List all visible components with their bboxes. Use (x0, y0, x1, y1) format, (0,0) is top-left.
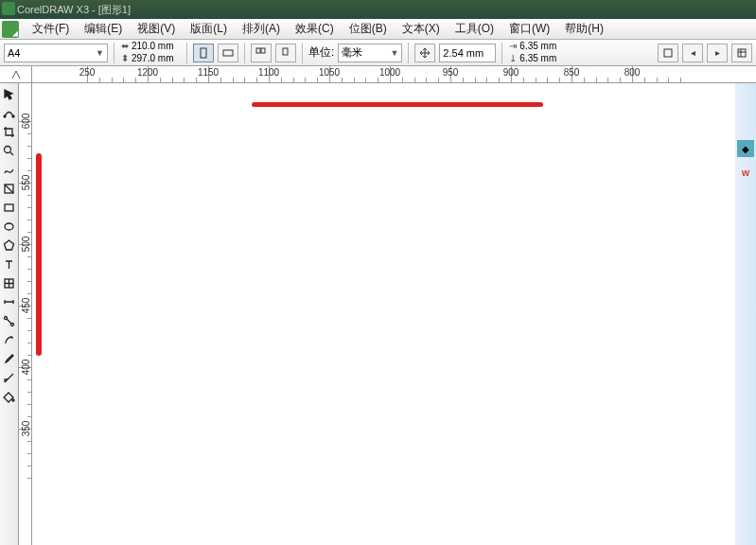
crop-tool[interactable] (1, 123, 18, 140)
menu-bitmap[interactable]: 位图(B) (342, 19, 395, 39)
menu-text[interactable]: 文本(X) (395, 19, 448, 39)
guideline-nav-next-button[interactable]: ▸ (707, 44, 728, 62)
docker-tab-wps-icon[interactable]: W (737, 165, 754, 182)
menu-help[interactable]: 帮助(H) (557, 19, 611, 39)
svg-point-9 (5, 146, 11, 152)
ruler-origin-corner[interactable] (0, 66, 32, 82)
title-text: CorelDRAW X3 - [图形1] (17, 3, 131, 17)
page-width: 210.0 mm (132, 42, 181, 51)
svg-rect-2 (256, 48, 260, 53)
title-bar: CorelDRAW X3 - [图形1] (0, 0, 756, 19)
separator (302, 43, 303, 63)
dimension-tool[interactable] (1, 293, 18, 310)
side-docker-tabs: ◆ W (735, 83, 756, 545)
vertical-ruler[interactable]: 600550500450400350 (19, 83, 32, 545)
unit-label: 单位: (308, 44, 334, 61)
page-dimensions[interactable]: ⬌210.0 mm ⬍297.0 mm (120, 41, 181, 65)
nudge-field[interactable]: 2.54 mm (439, 44, 496, 62)
snap-button[interactable] (658, 44, 678, 62)
docker-tab-icon[interactable]: ◆ (737, 140, 754, 157)
property-bar: A4 ▼ ⬌210.0 mm ⬍297.0 mm 单位: 毫米 ▼ 2.54 m… (0, 40, 756, 66)
toolbox (0, 83, 19, 545)
dropper-tool[interactable] (1, 350, 18, 367)
ruler-row: 25012001150110010501000950900850800 (0, 66, 756, 83)
outline-tool[interactable] (1, 369, 18, 386)
page-scope-one-button[interactable] (275, 44, 296, 62)
annotation-horizontal-stroke (252, 102, 543, 107)
annotation-vertical-stroke (36, 153, 42, 356)
svg-rect-6 (738, 49, 746, 57)
menu-tools[interactable]: 工具(O) (448, 19, 501, 39)
menu-view[interactable]: 视图(V) (130, 19, 183, 39)
unit-combo[interactable]: 毫米 ▼ (338, 44, 402, 62)
dup-y: 6.35 mm (519, 54, 569, 63)
smart-fill-tool[interactable] (1, 180, 18, 197)
menu-edit[interactable]: 编辑(E) (77, 19, 130, 39)
separator (114, 43, 114, 63)
menu-bar: 文件(F) 编辑(E) 视图(V) 版面(L) 排列(A) 效果(C) 位图(B… (0, 19, 756, 40)
paper-size-combo[interactable]: A4 ▼ (4, 44, 108, 62)
svg-rect-0 (201, 48, 206, 58)
svg-rect-11 (5, 204, 13, 211)
drawing-canvas[interactable] (32, 83, 735, 545)
app-logo-icon (2, 2, 15, 15)
zoom-tool[interactable] (1, 142, 18, 159)
separator (186, 43, 187, 63)
pick-tool[interactable] (1, 85, 18, 102)
menu-effects[interactable]: 效果(C) (288, 19, 342, 39)
dup-x: 6.35 mm (519, 42, 569, 51)
fill-tool[interactable] (1, 388, 18, 405)
menu-arrange[interactable]: 排列(A) (235, 19, 288, 39)
text-tool[interactable] (1, 255, 18, 272)
separator (408, 43, 409, 63)
ellipse-tool[interactable] (1, 218, 18, 235)
chevron-down-icon: ▼ (390, 48, 398, 58)
dup-x-icon: ⇥ (508, 42, 518, 51)
portrait-button[interactable] (193, 44, 214, 62)
rect-tool[interactable] (1, 199, 18, 216)
chevron-down-icon: ▼ (96, 48, 104, 58)
menu-layout[interactable]: 版面(L) (183, 19, 235, 39)
guideline-nav-prev-button[interactable]: ◂ (682, 44, 703, 62)
unit-value: 毫米 (342, 45, 362, 60)
separator (244, 43, 245, 63)
connector-tool[interactable] (1, 312, 18, 329)
svg-rect-4 (283, 48, 288, 55)
workspace: 600550500450400350 ◆ W (0, 83, 756, 545)
svg-point-8 (12, 115, 14, 117)
nudge-icon (414, 44, 435, 62)
horizontal-ruler[interactable]: 25012001150110010501000950900850800 (32, 66, 756, 82)
svg-rect-5 (664, 49, 672, 57)
freehand-tool[interactable] (1, 161, 18, 178)
svg-rect-3 (261, 48, 265, 53)
page-height: 297.0 mm (132, 54, 181, 63)
page-scope-all-button[interactable] (251, 44, 272, 62)
options-button[interactable] (731, 44, 752, 62)
svg-point-7 (4, 115, 6, 117)
svg-point-16 (12, 399, 14, 401)
paper-size-value: A4 (8, 47, 20, 59)
width-icon: ⬌ (120, 42, 130, 51)
shape-tool[interactable] (1, 104, 18, 121)
polygon-tool[interactable] (1, 237, 18, 254)
landscape-button[interactable] (218, 44, 238, 62)
duplicate-distance[interactable]: ⇥6.35 mm ⤓6.35 mm (508, 41, 569, 65)
menu-file[interactable]: 文件(F) (25, 19, 77, 39)
height-icon: ⬍ (120, 54, 130, 63)
dup-y-icon: ⤓ (508, 54, 518, 63)
table-tool[interactable] (1, 274, 18, 291)
svg-rect-1 (223, 50, 233, 56)
separator (501, 43, 502, 63)
new-file-icon[interactable] (2, 21, 19, 38)
interactive-tool[interactable] (1, 331, 18, 348)
menu-window[interactable]: 窗口(W) (501, 19, 557, 39)
svg-point-12 (5, 223, 13, 230)
